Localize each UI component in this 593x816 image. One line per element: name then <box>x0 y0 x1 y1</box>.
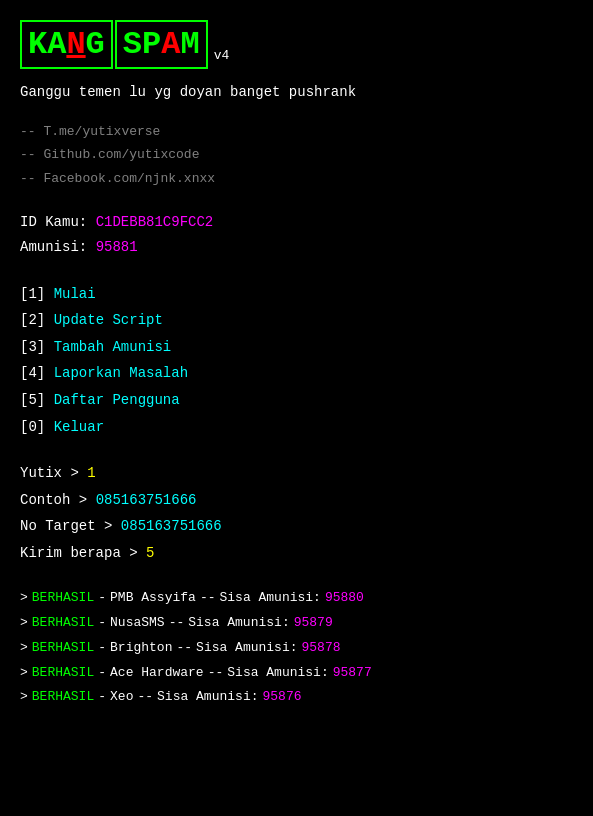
result-row-3: > BERHASIL - Ace Hardware -- Sisa Amunis… <box>20 661 573 686</box>
tagline: Ganggu temen lu yg doyan banget pushrank <box>20 84 573 100</box>
prompt-kirim: Kirim berapa > 5 <box>20 540 573 567</box>
logo-char-m: M <box>180 26 199 63</box>
logo-char-aa: A <box>161 26 180 63</box>
menu-number-0: [0] <box>20 419 45 435</box>
result-number-4: 95876 <box>262 685 301 710</box>
links-section: -- T.me/yutixverse -- Github.com/yutixco… <box>20 120 573 190</box>
menu-label-4: Laporkan Masalah <box>54 365 188 381</box>
menu-number-3: [3] <box>20 339 45 355</box>
results-section: > BERHASIL - PMB Assyifa -- Sisa Amunisi… <box>20 586 573 709</box>
result-dash1-2: - <box>98 636 106 661</box>
no-target-value: 085163751666 <box>121 518 222 534</box>
result-status-1: BERHASIL <box>32 611 94 636</box>
yutix-value: 1 <box>87 465 95 481</box>
no-target-label: No Target > <box>20 518 112 534</box>
menu-label-3: Tambah Amunisi <box>54 339 172 355</box>
contoh-label: Contoh > <box>20 492 87 508</box>
result-name-3: Ace Hardware <box>110 661 204 686</box>
menu-label-1: Mulai <box>54 286 96 302</box>
yutix-label: Yutix > <box>20 465 79 481</box>
id-row: ID Kamu: C1DEBB81C9FCC2 <box>20 210 573 235</box>
logo-char-s: S <box>123 26 142 63</box>
version-label: v4 <box>214 48 230 63</box>
menu-number-4: [4] <box>20 365 45 381</box>
logo-char-p: P <box>142 26 161 63</box>
result-dash1-0: - <box>98 586 106 611</box>
result-status-3: BERHASIL <box>32 661 94 686</box>
result-arrow-2: > <box>20 636 28 661</box>
kirim-value: 5 <box>146 545 154 561</box>
menu-item-5[interactable]: [5] Daftar Pengguna <box>20 387 573 414</box>
result-arrow-4: > <box>20 685 28 710</box>
result-number-2: 95878 <box>302 636 341 661</box>
result-sisa-0: Sisa Amunisi: <box>219 586 320 611</box>
menu-item-1[interactable]: [1] Mulai <box>20 281 573 308</box>
menu-section: [1] Mulai [2] Update Script [3] Tambah A… <box>20 281 573 441</box>
result-dash2-2: -- <box>176 636 192 661</box>
info-section: ID Kamu: C1DEBB81C9FCC2 Amunisi: 95881 <box>20 210 573 260</box>
result-dash1-1: - <box>98 611 106 636</box>
result-row-1: > BERHASIL - NusaSMS -- Sisa Amunisi: 95… <box>20 611 573 636</box>
result-number-3: 95877 <box>333 661 372 686</box>
result-status-0: BERHASIL <box>32 586 94 611</box>
result-dash2-1: -- <box>169 611 185 636</box>
result-sisa-4: Sisa Amunisi: <box>157 685 258 710</box>
menu-label-0: Keluar <box>54 419 104 435</box>
menu-item-2[interactable]: [2] Update Script <box>20 307 573 334</box>
prompt-section: Yutix > 1 Contoh > 085163751666 No Targe… <box>20 460 573 566</box>
result-row-4: > BERHASIL - Xeo -- Sisa Amunisi: 95876 <box>20 685 573 710</box>
contoh-value: 085163751666 <box>96 492 197 508</box>
result-arrow-0: > <box>20 586 28 611</box>
result-dash1-3: - <box>98 661 106 686</box>
result-sisa-1: Sisa Amunisi: <box>188 611 289 636</box>
result-name-1: NusaSMS <box>110 611 165 636</box>
result-status-4: BERHASIL <box>32 685 94 710</box>
result-row-2: > BERHASIL - Brighton -- Sisa Amunisi: 9… <box>20 636 573 661</box>
result-dash2-0: -- <box>200 586 216 611</box>
amunisi-value: 95881 <box>96 239 138 255</box>
amunisi-row: Amunisi: 95881 <box>20 235 573 260</box>
menu-item-0[interactable]: [0] Keluar <box>20 414 573 441</box>
result-number-1: 95879 <box>294 611 333 636</box>
result-sisa-3: Sisa Amunisi: <box>227 661 328 686</box>
menu-label-5: Daftar Pengguna <box>54 392 180 408</box>
result-name-0: PMB Assyifa <box>110 586 196 611</box>
menu-number-5: [5] <box>20 392 45 408</box>
logo-char-n: N <box>66 26 85 63</box>
amunisi-label: Amunisi: <box>20 239 87 255</box>
logo-char-g: G <box>86 26 105 63</box>
menu-item-3[interactable]: [3] Tambah Amunisi <box>20 334 573 361</box>
result-row-0: > BERHASIL - PMB Assyifa -- Sisa Amunisi… <box>20 586 573 611</box>
menu-number-1: [1] <box>20 286 45 302</box>
menu-item-4[interactable]: [4] Laporkan Masalah <box>20 360 573 387</box>
menu-number-2: [2] <box>20 312 45 328</box>
menu-label-2: Update Script <box>54 312 163 328</box>
prompt-no-target: No Target > 085163751666 <box>20 513 573 540</box>
result-status-2: BERHASIL <box>32 636 94 661</box>
link-telegram: -- T.me/yutixverse <box>20 120 573 143</box>
result-sisa-2: Sisa Amunisi: <box>196 636 297 661</box>
logo-char-k: K <box>28 26 47 63</box>
result-name-4: Xeo <box>110 685 133 710</box>
logo-kang-box: K A N G <box>20 20 113 69</box>
id-label: ID Kamu: <box>20 214 87 230</box>
result-arrow-1: > <box>20 611 28 636</box>
result-dash2-3: -- <box>208 661 224 686</box>
result-number-0: 95880 <box>325 586 364 611</box>
result-name-2: Brighton <box>110 636 172 661</box>
id-value: C1DEBB81C9FCC2 <box>96 214 214 230</box>
kirim-label: Kirim berapa > <box>20 545 138 561</box>
link-facebook: -- Facebook.com/njnk.xnxx <box>20 167 573 190</box>
prompt-yutix: Yutix > 1 <box>20 460 573 487</box>
result-dash1-4: - <box>98 685 106 710</box>
logo-area: K A N G S P A M v4 <box>20 20 573 69</box>
logo-char-a: A <box>47 26 66 63</box>
prompt-contoh: Contoh > 085163751666 <box>20 487 573 514</box>
link-github: -- Github.com/yutixcode <box>20 143 573 166</box>
result-arrow-3: > <box>20 661 28 686</box>
logo-spam-box: S P A M <box>115 20 208 69</box>
result-dash2-4: -- <box>137 685 153 710</box>
